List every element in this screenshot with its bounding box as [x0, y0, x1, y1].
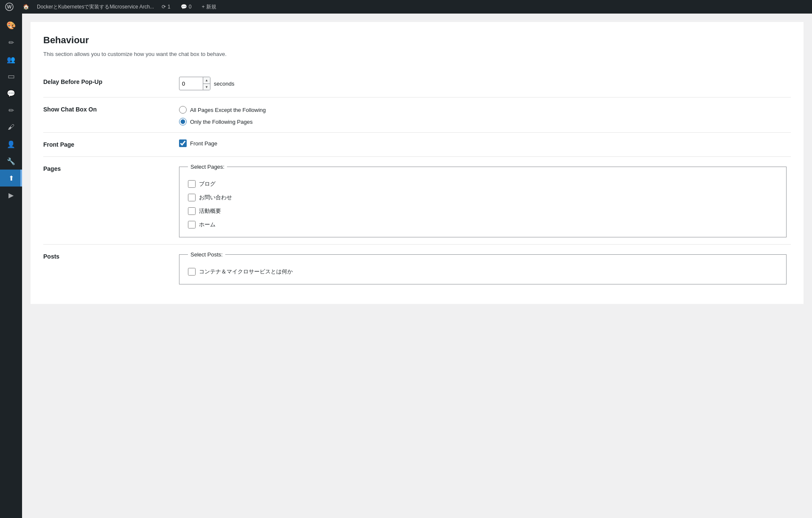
pages-control: Select Pages: ブログ お問い合わせ	[175, 157, 791, 245]
spinner-input-wrap: ▲ ▼ seconds	[179, 77, 787, 90]
site-name[interactable]: DockerとKubernetesで実装するMicroservice Arch.…	[37, 3, 154, 11]
admin-bar-home[interactable]: 🏠	[20, 0, 32, 14]
show-chatbox-row: Show Chat Box On All Pages Except the Fo…	[43, 97, 791, 133]
play-icon: ▶	[8, 191, 14, 199]
posts-row: Posts Select Posts: コンテナ＆マイクロサービスとは何か	[43, 245, 791, 292]
radio-only-following[interactable]	[179, 118, 187, 125]
appearance-icon: 🎨	[6, 21, 16, 30]
page-item-blog[interactable]: ブログ	[188, 180, 778, 188]
radio-all-pages[interactable]	[179, 106, 187, 114]
wp-logo[interactable]: W	[3, 1, 15, 13]
spinner-up-button[interactable]: ▲	[203, 77, 210, 84]
pages-label: Pages	[43, 157, 175, 245]
page-label-blog: ブログ	[199, 180, 216, 188]
admin-bar: W 🏠 DockerとKubernetesで実装するMicroservice A…	[0, 0, 812, 14]
plugin-icon: 🖌	[8, 123, 14, 131]
plus-icon: +	[202, 4, 204, 10]
sidebar-item-users[interactable]: 👤	[0, 136, 22, 153]
sidebar-item-plugins[interactable]: 🖌	[0, 119, 22, 136]
show-chatbox-control: All Pages Except the Following Only the …	[175, 97, 791, 133]
section-description: This section allows you to customize how…	[43, 51, 791, 57]
sidebar: 🎨 ✏ 👥 ▭ 💬 ✏ 🖌 👤 🔧 ⬆ ▶	[0, 14, 22, 518]
page-label-activities: 活動概要	[199, 207, 221, 215]
users-alt-icon: 👥	[7, 56, 15, 64]
pages-list: ブログ お問い合わせ 活動概要	[188, 180, 778, 228]
settings-wrap: Behaviour This section allows you to cus…	[31, 22, 804, 304]
number-input-wrap: ▲ ▼	[179, 77, 210, 90]
comments-item[interactable]: 💬 0	[178, 0, 194, 14]
page-label-home: ホーム	[199, 221, 216, 228]
page-label-contact: お問い合わせ	[199, 194, 232, 201]
spinner-down-button[interactable]: ▼	[203, 84, 210, 90]
settings-table: Delay Before Pop-Up ▲ ▼ seconds	[43, 70, 791, 291]
wrench-icon: 🔧	[7, 157, 15, 165]
post-item-container-microservices[interactable]: コンテナ＆マイクロサービスとは何か	[188, 268, 778, 276]
pages-icon: ▭	[8, 72, 15, 81]
post-checkbox-container-microservices[interactable]	[188, 268, 196, 276]
posts-fieldset-legend: Select Posts:	[188, 251, 225, 258]
brush-icon: ✏	[8, 106, 14, 114]
comments-count: 0	[189, 4, 192, 10]
sidebar-item-appearance[interactable]: 🎨	[0, 17, 22, 34]
updates-count: 1	[168, 4, 171, 10]
section-title: Behaviour	[43, 35, 791, 46]
page-checkbox-contact[interactable]	[188, 194, 196, 201]
pages-fieldset: Select Pages: ブログ お問い合わせ	[179, 164, 787, 237]
chatbox-radio-group: All Pages Except the Following Only the …	[179, 104, 787, 125]
show-chatbox-label: Show Chat Box On	[43, 97, 175, 133]
page-item-contact[interactable]: お問い合わせ	[188, 194, 778, 201]
radio-all-pages-label[interactable]: All Pages Except the Following	[179, 106, 787, 114]
sync-icon: ⟳	[162, 4, 166, 10]
front-page-checkbox-text: Front Page	[190, 140, 217, 147]
svg-text:W: W	[7, 4, 12, 9]
updates-item[interactable]: ⟳ 1	[159, 0, 173, 14]
comment-icon: 💬	[181, 4, 187, 10]
sidebar-item-tools[interactable]: 🔧	[0, 153, 22, 170]
page-checkbox-activities[interactable]	[188, 207, 196, 215]
delay-popup-row: Delay Before Pop-Up ▲ ▼ seconds	[43, 70, 791, 97]
front-page-control: Front Page	[175, 133, 791, 157]
sidebar-item-comments[interactable]: 💬	[0, 85, 22, 102]
radio-all-pages-text: All Pages Except the Following	[190, 107, 266, 113]
new-label: 新規	[206, 3, 216, 11]
radio-only-following-label[interactable]: Only the Following Pages	[179, 118, 787, 125]
posts-fieldset: Select Posts: コンテナ＆マイクロサービスとは何か	[179, 251, 787, 284]
comments-icon: 💬	[7, 89, 15, 97]
delay-popup-control: ▲ ▼ seconds	[175, 70, 791, 97]
delay-popup-label: Delay Before Pop-Up	[43, 70, 175, 97]
pages-fieldset-legend: Select Pages:	[188, 164, 227, 170]
posts-label: Posts	[43, 245, 175, 292]
seconds-label: seconds	[214, 81, 234, 87]
delay-number-input[interactable]	[179, 77, 203, 90]
new-item[interactable]: + 新規	[199, 0, 219, 14]
sidebar-item-media[interactable]: ▶	[0, 187, 22, 203]
front-page-row: Front Page Front Page	[43, 133, 791, 157]
sidebar-item-users-alt[interactable]: 👥	[0, 51, 22, 68]
spinner-arrows: ▲ ▼	[203, 77, 210, 90]
sidebar-item-active-plugin[interactable]: ⬆	[0, 170, 22, 187]
front-page-checkbox-label[interactable]: Front Page	[179, 139, 787, 147]
page-item-home[interactable]: ホーム	[188, 221, 778, 228]
posts-control: Select Posts: コンテナ＆マイクロサービスとは何か	[175, 245, 791, 292]
home-icon: 🏠	[23, 4, 29, 10]
sidebar-item-pages[interactable]: ▭	[0, 68, 22, 85]
sidebar-item-posts[interactable]: ✏	[0, 34, 22, 51]
front-page-label: Front Page	[43, 133, 175, 157]
upload-icon: ⬆	[8, 174, 14, 182]
sidebar-item-customize[interactable]: ✏	[0, 102, 22, 119]
user-icon: 👤	[7, 140, 15, 148]
page-item-activities[interactable]: 活動概要	[188, 207, 778, 215]
post-label-container-microservices: コンテナ＆マイクロサービスとは何か	[199, 268, 293, 276]
pencil-icon: ✏	[8, 39, 14, 47]
posts-list: コンテナ＆マイクロサービスとは何か	[188, 268, 778, 276]
front-page-checkbox[interactable]	[179, 139, 187, 147]
radio-only-following-text: Only the Following Pages	[190, 119, 252, 125]
page-checkbox-home[interactable]	[188, 221, 196, 228]
pages-row: Pages Select Pages: ブログ	[43, 157, 791, 245]
main-content: Behaviour This section allows you to cus…	[22, 14, 812, 518]
page-checkbox-blog[interactable]	[188, 180, 196, 188]
